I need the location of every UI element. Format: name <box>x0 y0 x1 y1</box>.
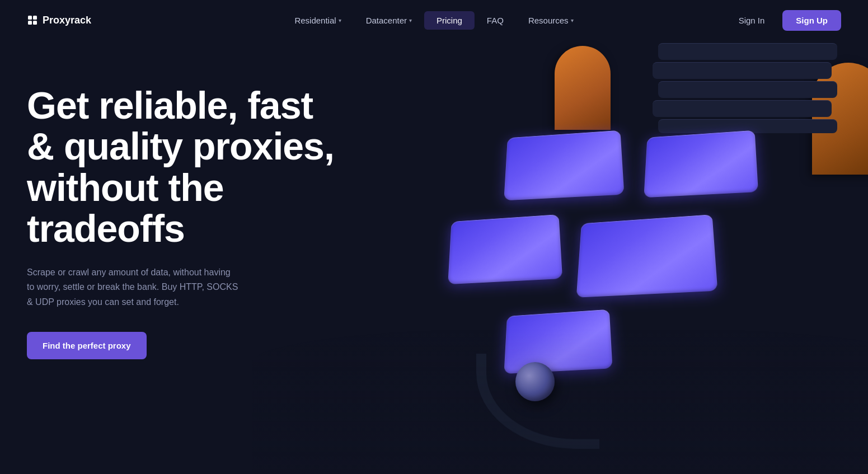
logo-icon <box>27 15 38 26</box>
chevron-down-icon: ▾ <box>409 17 412 24</box>
cta-button[interactable]: Find the perfect proxy <box>27 332 147 359</box>
nav-link-faq[interactable]: FAQ <box>475 11 516 30</box>
logo-text: Proxyrack <box>43 15 91 26</box>
navbar: Proxyrack Residential ▾ Datacenter ▾ Pri… <box>0 0 868 40</box>
chevron-down-icon: ▾ <box>339 17 341 24</box>
svg-rect-0 <box>28 16 32 20</box>
signup-button[interactable]: Sign Up <box>782 10 841 31</box>
signin-button[interactable]: Sign In <box>730 11 774 30</box>
hero-scene <box>364 40 868 474</box>
arch-center-decoration <box>555 46 611 130</box>
nav-link-resources[interactable]: Resources ▾ <box>516 11 586 30</box>
nav-item-resources[interactable]: Resources ▾ <box>516 11 586 30</box>
nav-actions: Sign In Sign Up <box>730 10 841 31</box>
nav-link-residential[interactable]: Residential ▾ <box>282 11 353 30</box>
floor-plane-decoration <box>252 328 868 474</box>
logo[interactable]: Proxyrack <box>27 15 91 26</box>
svg-rect-1 <box>33 16 37 20</box>
chevron-down-icon: ▾ <box>571 17 574 24</box>
nav-link-datacenter[interactable]: Datacenter ▾ <box>354 11 424 30</box>
nav-item-datacenter[interactable]: Datacenter ▾ <box>354 11 424 30</box>
dark-platform <box>653 43 837 135</box>
svg-rect-2 <box>28 21 32 25</box>
nav-item-pricing[interactable]: Pricing <box>424 11 475 30</box>
nav-item-faq[interactable]: FAQ <box>475 11 516 30</box>
hero-section: Get reliable, fast & quality proxies, wi… <box>0 40 868 474</box>
nav-link-pricing[interactable]: Pricing <box>424 11 475 30</box>
svg-rect-3 <box>33 21 37 25</box>
hero-subtitle: Scrape or crawl any amount of data, with… <box>27 265 240 309</box>
nav-item-residential[interactable]: Residential ▾ <box>282 11 353 30</box>
nav-links: Residential ▾ Datacenter ▾ Pricing FAQ R… <box>282 11 585 30</box>
hero-content: Get reliable, fast & quality proxies, wi… <box>27 85 340 359</box>
hero-title: Get reliable, fast & quality proxies, wi… <box>27 85 340 250</box>
